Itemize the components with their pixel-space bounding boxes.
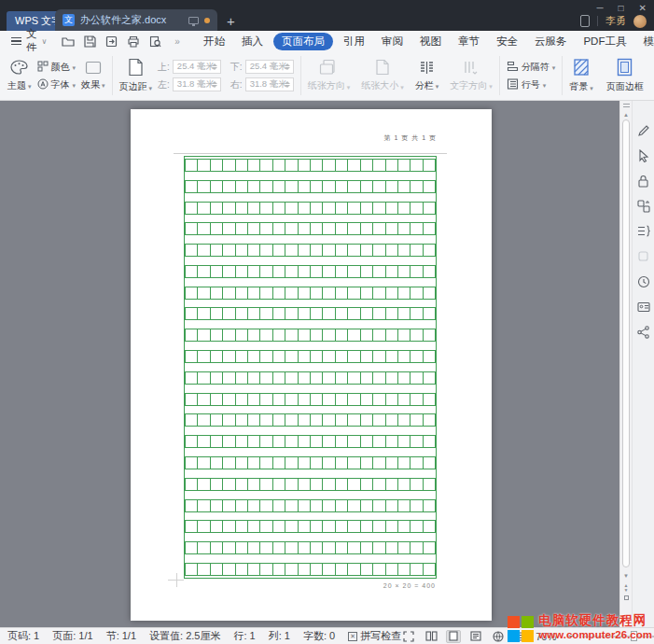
columns-button[interactable]: 分栏 <box>415 60 439 92</box>
tab-templates[interactable]: 模板 <box>634 33 654 50</box>
grid-cell <box>185 479 198 490</box>
translate-icon[interactable] <box>636 199 650 213</box>
colors-button[interactable]: 颜色 <box>37 61 77 74</box>
line-numbers-button[interactable]: 行号 <box>507 78 556 91</box>
grid-cell <box>348 414 360 426</box>
page-border-label: 页面边框 <box>606 80 644 93</box>
pen-annotate-icon[interactable] <box>636 123 650 137</box>
avatar[interactable] <box>633 15 647 28</box>
tools-dim-icon[interactable] <box>636 249 650 263</box>
grid-cell <box>398 372 410 384</box>
fullscreen-view-icon[interactable] <box>401 630 416 643</box>
grid-cell <box>348 521 360 532</box>
grid-cell <box>336 160 348 171</box>
status-column[interactable]: 列: 1 <box>269 629 290 643</box>
line-numbers-icon <box>507 78 519 91</box>
tab-page-layout[interactable]: 页面布局 <box>273 33 333 50</box>
page-view-icon[interactable] <box>446 630 461 643</box>
status-page-number[interactable]: 页码: 1 <box>7 629 39 643</box>
vertical-scrollbar[interactable]: ▲▼ <box>619 101 632 627</box>
browse-prev-next-icon[interactable]: ▲▼ <box>620 583 632 593</box>
outline-view-icon[interactable] <box>468 630 483 643</box>
grid-cell <box>273 329 285 341</box>
status-page-count[interactable]: 页面: 1/1 <box>52 629 92 643</box>
spinner-icon[interactable] <box>211 61 219 73</box>
grid-cell <box>248 351 260 362</box>
grid-cell <box>236 266 248 277</box>
grid-cell <box>273 394 285 405</box>
menubar: 文件 ∨ » 开始 插入 页面布局 引用 审阅 视图 章节 安全 云服务 PDF… <box>0 31 654 51</box>
spinner-icon[interactable] <box>284 78 292 91</box>
breaks-button[interactable]: 分隔符 <box>507 61 556 74</box>
grid-cell <box>299 329 311 341</box>
id-card-icon[interactable] <box>636 300 650 314</box>
status-setting-value[interactable]: 设置值: 2.5厘米 <box>149 629 220 643</box>
grid-cell <box>299 521 311 532</box>
document-tab[interactable]: 文 办公软件之家.docx <box>55 9 217 31</box>
effects-button[interactable]: 效果 <box>81 61 105 91</box>
grid-cell <box>299 372 311 384</box>
select-cursor-icon[interactable] <box>636 148 650 162</box>
grid-cell <box>248 542 260 553</box>
print-preview-icon[interactable] <box>149 35 161 48</box>
grid-cell <box>260 245 272 256</box>
scroll-down-arrow-icon[interactable] <box>620 573 632 579</box>
fonts-button[interactable]: 字体 <box>37 78 77 91</box>
effects-label: 效果 <box>81 78 100 91</box>
tab-section[interactable]: 章节 <box>450 33 488 50</box>
device-sync-icon[interactable] <box>580 15 590 27</box>
browse-object-icon[interactable] <box>624 595 629 600</box>
status-line[interactable]: 行: 1 <box>233 629 255 643</box>
grid-cell <box>398 160 410 171</box>
theme-button[interactable]: 主题 <box>7 60 32 92</box>
grid-cell <box>410 181 423 192</box>
tab-review[interactable]: 审阅 <box>373 33 411 50</box>
save-icon[interactable] <box>84 35 96 48</box>
margin-left-input[interactable]: 31.8 毫米 <box>173 77 221 91</box>
new-tab-button[interactable] <box>227 14 235 28</box>
tab-pdf-tools[interactable]: PDF工具 <box>575 33 634 50</box>
spinner-icon[interactable] <box>211 78 219 91</box>
margin-bottom-input[interactable]: 25.4 毫米 <box>245 60 294 74</box>
minimize-button[interactable] <box>596 3 603 13</box>
more-tools-icon[interactable]: » <box>174 36 180 47</box>
export-pdf-icon[interactable] <box>105 35 118 48</box>
page-border-button[interactable]: 页面边框 <box>606 58 644 93</box>
grid-cell <box>398 181 410 192</box>
tab-view[interactable]: 视图 <box>411 33 450 50</box>
status-section[interactable]: 节: 1/1 <box>106 629 136 643</box>
grid-cell <box>410 436 423 447</box>
tab-cloud[interactable]: 云服务 <box>526 33 576 50</box>
document-page[interactable]: 第 1 页 共 1 页 20 × 20 = 400 <box>131 109 492 621</box>
grid-cell <box>248 160 260 171</box>
two-page-view-icon[interactable] <box>424 630 438 643</box>
background-button[interactable]: 背景 <box>569 58 593 93</box>
maximize-button[interactable] <box>619 3 624 13</box>
tab-insert[interactable]: 插入 <box>233 33 271 50</box>
margin-right-input[interactable]: 31.8 毫米 <box>245 77 294 91</box>
close-button[interactable] <box>639 3 647 13</box>
spell-check-button[interactable]: 拼写检查 <box>348 629 401 643</box>
margin-top-input[interactable]: 25.4 毫米 <box>173 60 221 74</box>
tab-security[interactable]: 安全 <box>488 33 526 50</box>
grid-cell <box>386 329 398 341</box>
user-name[interactable]: 李勇 <box>605 14 626 28</box>
web-view-icon[interactable] <box>491 630 506 643</box>
scroll-up-arrow-icon[interactable] <box>620 112 632 118</box>
open-icon[interactable] <box>62 35 75 48</box>
history-clock-icon[interactable] <box>636 274 650 288</box>
grid-cell <box>323 372 335 384</box>
tab-references[interactable]: 引用 <box>335 33 373 50</box>
tab-home[interactable]: 开始 <box>195 33 233 50</box>
spinner-icon[interactable] <box>284 61 292 73</box>
lock-icon[interactable] <box>636 174 650 188</box>
outline-brace-icon[interactable] <box>636 224 650 238</box>
status-word-count[interactable]: 字数: 0 <box>303 629 335 643</box>
share-icon[interactable] <box>636 325 650 339</box>
print-icon[interactable] <box>127 35 140 48</box>
ruler-toggle-icon[interactable] <box>622 104 630 107</box>
margins-button[interactable]: 页边距 <box>119 58 153 93</box>
scrollbar-thumb[interactable] <box>622 119 630 567</box>
grid-cell <box>185 329 198 341</box>
grid-cell <box>424 542 436 553</box>
